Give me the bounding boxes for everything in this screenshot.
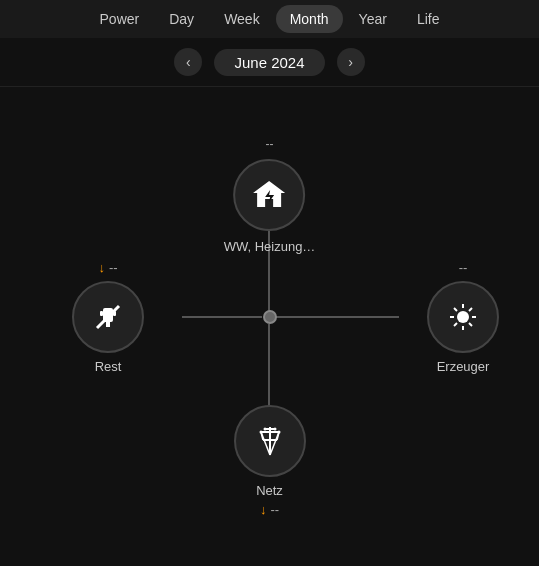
center-node xyxy=(263,310,277,324)
node-netz: Netz ↓ -- xyxy=(234,405,306,517)
svg-point-11 xyxy=(457,311,469,323)
netz-value: -- xyxy=(270,502,279,517)
netz-arrow-icon: ↓ xyxy=(260,502,267,517)
tab-power[interactable]: Power xyxy=(86,5,154,33)
svg-line-18 xyxy=(469,308,472,311)
svg-line-19 xyxy=(454,323,457,326)
node-rest: ↓ -- Rest xyxy=(72,260,144,374)
tab-life[interactable]: Life xyxy=(403,5,454,33)
rest-label: Rest xyxy=(95,359,122,374)
node-erzeuger: -- Erzeuger xyxy=(427,260,499,374)
erzeuger-value: -- xyxy=(459,260,468,275)
tab-week[interactable]: Week xyxy=(210,5,274,33)
netz-label: Netz xyxy=(256,483,283,498)
svg-rect-6 xyxy=(106,322,110,327)
svg-rect-7 xyxy=(100,311,103,316)
date-label: June 2024 xyxy=(214,49,324,76)
svg-point-29 xyxy=(263,428,266,431)
rest-icon-circle[interactable] xyxy=(72,281,144,353)
tab-bar: Power Day Week Month Year Life xyxy=(0,0,539,38)
house-label: WW, Heizung… xyxy=(224,239,316,254)
date-nav: ‹ June 2024 › xyxy=(0,38,539,87)
tab-month[interactable]: Month xyxy=(276,5,343,33)
netz-icon-circle[interactable] xyxy=(234,405,306,477)
prev-arrow[interactable]: ‹ xyxy=(174,48,202,76)
house-icon-circle[interactable] xyxy=(234,159,306,231)
rest-value: -- xyxy=(109,260,118,275)
svg-point-31 xyxy=(259,431,262,434)
tab-day[interactable]: Day xyxy=(155,5,208,33)
svg-line-17 xyxy=(469,323,472,326)
erzeuger-label: Erzeuger xyxy=(437,359,490,374)
house-value-above: -- xyxy=(266,137,274,151)
rest-arrow-icon: ↓ xyxy=(98,260,105,275)
node-house: -- WW, Heizung… xyxy=(224,137,316,254)
next-arrow[interactable]: › xyxy=(337,48,365,76)
svg-point-32 xyxy=(277,431,280,434)
diagram-area: -- WW, Heizung… ↓ -- xyxy=(0,87,539,547)
tab-year[interactable]: Year xyxy=(345,5,401,33)
svg-point-30 xyxy=(273,428,276,431)
erzeuger-icon-circle[interactable] xyxy=(427,281,499,353)
svg-line-16 xyxy=(454,308,457,311)
